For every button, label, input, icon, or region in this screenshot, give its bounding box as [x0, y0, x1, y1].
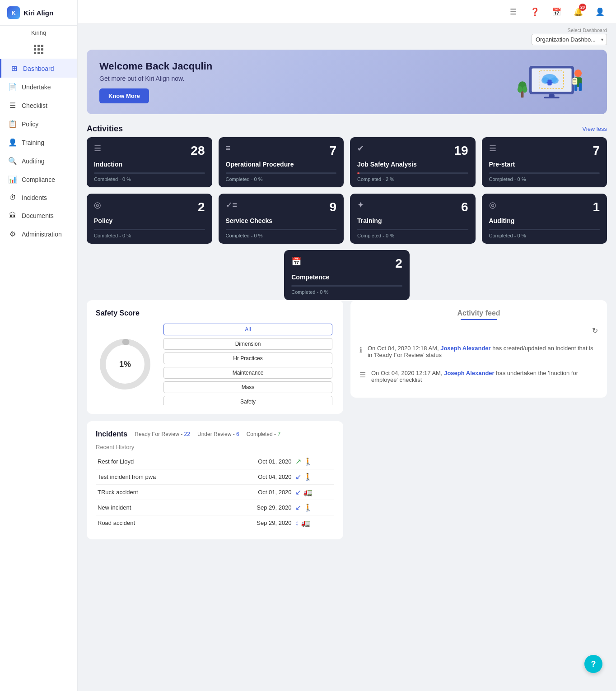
activity-card-auditing[interactable]: ◎ 1 Auditing Completed - 0 %: [482, 194, 607, 244]
dashboard-icon: ⊞: [9, 64, 19, 73]
documents-icon: 🏛: [8, 212, 17, 220]
sidebar-item-checklist[interactable]: ☰ Checklist: [0, 96, 77, 115]
op-completed: Completed - 0 %: [226, 176, 337, 182]
training-act-icon: ✦: [357, 200, 364, 210]
sidebar: K Kiri Align Kirihq ⊞ Dashboard 📄 Undert…: [0, 0, 78, 691]
filter-dimension[interactable]: Dimension: [163, 338, 332, 350]
select-dashboard: Select Dashboard Organization Dashbo...: [532, 28, 607, 45]
grid-menu[interactable]: [0, 40, 77, 59]
service-icon: ✓≡: [226, 200, 238, 210]
auditing-act-icon: ◎: [489, 200, 496, 210]
sidebar-item-administration[interactable]: ⚙ Administration: [0, 225, 77, 243]
feed-link-2[interactable]: Joseph Alexander: [444, 370, 495, 376]
sidebar-item-dashboard[interactable]: ⊞ Dashboard: [0, 59, 77, 78]
activity-card-operational-procedure[interactable]: ≡ 7 Operational Procedure Completed - 0 …: [219, 137, 344, 187]
administration-icon: ⚙: [8, 230, 17, 238]
sidebar-nav: ⊞ Dashboard 📄 Undertake ☰ Checklist 📋 Po…: [0, 59, 77, 691]
incident-name: Road accident: [96, 515, 218, 531]
prestart-count: 7: [593, 144, 600, 158]
activity-card-policy[interactable]: ◎ 2 Policy Completed - 0 %: [87, 194, 212, 244]
filter-mass[interactable]: Mass: [163, 381, 332, 393]
dashboard-header: Select Dashboard Organization Dashbo...: [78, 24, 616, 45]
activities-title: Activities: [87, 124, 123, 134]
incident-date: Sep 29, 2020: [218, 500, 294, 515]
sidebar-item-compliance[interactable]: 📊 Compliance: [0, 170, 77, 189]
help-icon[interactable]: ❓: [527, 5, 542, 19]
sidebar-item-undertake[interactable]: 📄 Undertake: [0, 78, 77, 96]
svg-rect-13: [579, 83, 582, 91]
trend-down-icon: ↙: [295, 473, 301, 481]
incident-name: New incident: [96, 500, 218, 515]
sidebar-item-label: Training: [22, 139, 44, 146]
activity-card-prestart[interactable]: ☰ 7 Pre-start Completed - 0 %: [482, 137, 607, 187]
svg-point-20: [518, 86, 523, 93]
table-row[interactable]: Test incident from pwa Oct 04, 2020 ↙ 🚶: [96, 469, 334, 485]
calendar-icon[interactable]: 📅: [549, 5, 564, 19]
undertake-icon: 📄: [8, 83, 17, 91]
table-row[interactable]: Road accident Sep 29, 2020 ↕ 🚛: [96, 515, 334, 531]
table-row[interactable]: TRuck accident Oct 01, 2020 ↙ 🚛: [96, 485, 334, 500]
user-icon[interactable]: 👤: [593, 5, 607, 19]
op-count: 7: [329, 144, 336, 158]
filter-all[interactable]: All: [163, 324, 332, 335]
activity-card-training[interactable]: ✦ 6 Training Completed - 0 %: [350, 194, 476, 244]
auditing-count: 1: [593, 200, 600, 214]
incidents-card: Incidents Ready For Review - 22 Under Re…: [87, 421, 343, 539]
incident-date: Oct 04, 2020: [218, 469, 294, 485]
feed-checklist-icon: ☰: [359, 371, 366, 379]
sidebar-item-incidents[interactable]: ⏱ Incidents: [0, 189, 77, 207]
sidebar-item-auditing[interactable]: 🔍 Auditing: [0, 152, 77, 170]
activity-card-competence[interactable]: 📅 2 Competence Completed - 0 %: [284, 250, 410, 300]
notification-badge: 20: [579, 4, 586, 11]
floating-help-button[interactable]: ?: [584, 655, 602, 673]
sidebar-item-training[interactable]: 👤 Training: [0, 133, 77, 152]
filter-safety[interactable]: Safety: [163, 396, 332, 405]
sidebar-item-label: Checklist: [22, 102, 47, 109]
incidents-recent-title: Recent History: [96, 444, 334, 450]
auditing-progress-bar: [489, 229, 600, 230]
incident-icons: ↗ 🚶: [295, 457, 332, 466]
refresh-button[interactable]: ↻: [359, 326, 598, 335]
feed-item: ℹ On Oct 04, 2020 12:18 AM, Joseph Alexa…: [359, 339, 598, 364]
trend-down-icon: ↙: [295, 503, 301, 512]
banner-text: Welcome Back Jacqulin Get more out of Ki…: [99, 60, 212, 103]
incidents-title: Incidents: [96, 430, 127, 438]
feed-item-text: On Oct 04, 2020 12:18 AM, Joseph Alexand…: [368, 345, 598, 358]
jsa-progress-fill: [357, 172, 359, 174]
dashboard-select-wrapper[interactable]: Organization Dashbo...: [532, 34, 607, 45]
feed-underline: [461, 319, 497, 320]
view-less-button[interactable]: View less: [582, 125, 607, 132]
sidebar-item-label: Dashboard: [23, 65, 54, 72]
sidebar-header: K Kiri Align: [0, 0, 77, 26]
donut-chart: 1%: [96, 335, 154, 394]
feed-item-text: On Oct 04, 2020 12:17 AM, Joseph Alexand…: [371, 370, 598, 383]
score-filters: All Dimension Hr Practices Maintenance M…: [163, 324, 334, 405]
feed-link-1[interactable]: Joseph Alexander: [440, 345, 491, 352]
dashboard-select[interactable]: Organization Dashbo...: [532, 34, 607, 45]
menu-toggle-icon[interactable]: ☰: [506, 5, 520, 19]
policy-act-name: Policy: [94, 217, 205, 224]
service-count: 9: [329, 200, 336, 214]
sidebar-item-policy[interactable]: 📋 Policy: [0, 115, 77, 133]
feed-info-icon: ℹ: [359, 346, 362, 354]
svg-rect-9: [544, 97, 559, 98]
banner: Welcome Back Jacqulin Get more out of Ki…: [87, 50, 607, 114]
sidebar-item-label: Compliance: [22, 176, 55, 183]
activity-card-induction[interactable]: ☰ 28 Induction Completed - 0 %: [87, 137, 212, 187]
activity-card-jsa[interactable]: ✔ 19 Job Safety Analysis Completed - 2 %: [350, 137, 476, 187]
filter-maintenance[interactable]: Maintenance: [163, 367, 332, 379]
table-row[interactable]: Rest for Lloyd Oct 01, 2020 ↗ 🚶: [96, 454, 334, 469]
sidebar-item-documents[interactable]: 🏛 Documents: [0, 207, 77, 225]
sidebar-item-label: Policy: [22, 121, 38, 128]
person-icon: 🚶: [303, 457, 313, 466]
activity-card-service-checks[interactable]: ✓≡ 9 Service Checks Completed - 0 %: [219, 194, 344, 244]
notification-icon[interactable]: 🔔 20: [571, 5, 585, 19]
table-row[interactable]: New incident Sep 29, 2020 ↙ 🚶: [96, 500, 334, 515]
activities-centered: 📅 2 Competence Completed - 0 %: [78, 244, 616, 300]
auditing-act-name: Auditing: [489, 217, 600, 224]
know-more-button[interactable]: Know More: [99, 88, 149, 103]
competence-completed: Completed - 0 %: [291, 289, 402, 295]
incident-name: Test incident from pwa: [96, 469, 218, 485]
safety-score-card: Safety Score 1% All Dimension Hr Practic…: [87, 300, 343, 414]
filter-hr-practices[interactable]: Hr Practices: [163, 352, 332, 364]
